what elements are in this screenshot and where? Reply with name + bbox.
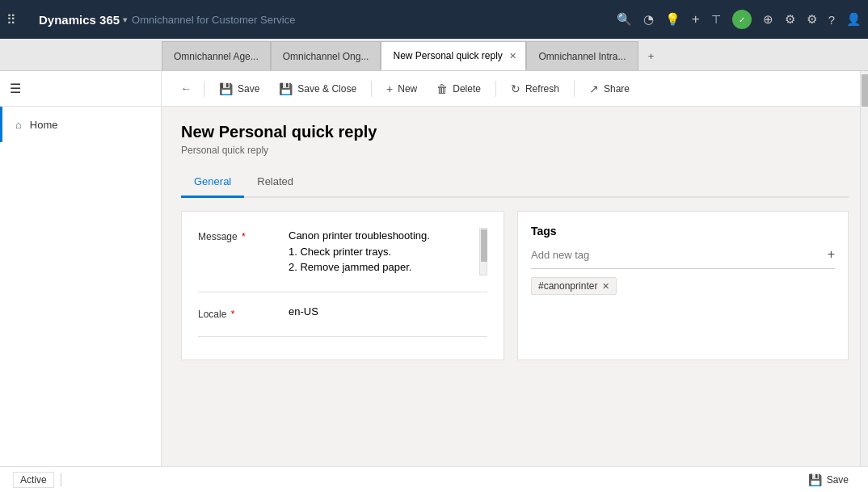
back-icon: ← xyxy=(181,82,192,95)
locale-value[interactable]: en-US xyxy=(289,305,487,317)
tag-input[interactable] xyxy=(531,249,828,261)
tag-label: #canonprinter xyxy=(538,280,597,292)
refresh-icon: ↻ xyxy=(511,82,520,95)
right-panel-scrollbar-thumb[interactable] xyxy=(862,74,868,107)
sidebar-header: ☰ xyxy=(0,71,161,107)
gear-icon[interactable]: ⚙ xyxy=(785,12,795,27)
plus-icon[interactable]: + xyxy=(692,11,700,27)
locale-label: Locale * xyxy=(198,305,279,320)
toolbar: ← 💾 Save 💾 Save & Close + New 🗑 xyxy=(162,71,868,107)
back-button[interactable]: ← xyxy=(175,78,197,100)
nav-icons: 🔍 ◔ 💡 + ⊤ ✓ ⊕ ⚙ ⚙ ? 👤 xyxy=(617,10,862,29)
new-button[interactable]: + New xyxy=(378,76,425,102)
tag-add-button[interactable]: + xyxy=(828,247,835,262)
help-icon[interactable]: ? xyxy=(828,13,835,27)
locale-required-indicator: * xyxy=(231,309,235,320)
toolbar-separator-4 xyxy=(574,81,575,97)
toolbar-separator-1 xyxy=(204,81,204,97)
tab-related[interactable]: Related xyxy=(244,169,306,198)
app-name-chevron-icon[interactable]: ▾ xyxy=(123,15,127,24)
page-title: New Personal quick reply xyxy=(181,123,849,141)
sidebar-item-home[interactable]: ⌂ Home xyxy=(0,107,161,142)
status-divider xyxy=(61,473,61,486)
tab-bar: Omnichannel Age... Omnichannel Ong... Ne… xyxy=(0,39,868,71)
app-subtitle: Omnichannel for Customer Service xyxy=(132,14,295,26)
form-divider-1 xyxy=(198,292,487,292)
bulb-icon[interactable]: 💡 xyxy=(665,12,680,27)
right-panel-scrollbar[interactable] xyxy=(860,71,868,466)
delete-button[interactable]: 🗑 Delete xyxy=(428,76,489,102)
circle-plus-icon[interactable]: ⊕ xyxy=(763,12,773,27)
toolbar-separator-2 xyxy=(371,81,372,97)
status-bar: Active 💾 Save xyxy=(0,466,868,492)
form-layout: Message * Canon printer troubleshooting.… xyxy=(181,211,849,360)
tab-omnichannel-ong[interactable]: Omnichannel Ong... xyxy=(271,41,381,70)
form-section: Message * Canon printer troubleshooting.… xyxy=(181,211,504,360)
tag-list: #canonprinter ✕ xyxy=(531,277,835,295)
hamburger-icon[interactable]: ☰ xyxy=(10,81,21,96)
search-icon[interactable]: 🔍 xyxy=(617,12,632,27)
tab-new-personal-quick-reply[interactable]: New Personal quick reply ✕ xyxy=(381,41,526,70)
app-grid-icon[interactable]: ⠿ xyxy=(6,12,32,27)
content-tabs: General Related xyxy=(181,169,849,198)
message-scrollbar[interactable] xyxy=(479,228,487,275)
message-value[interactable]: Canon printer troubleshooting. 1. Check … xyxy=(289,228,487,275)
settings-icon[interactable]: ⚙ xyxy=(807,12,817,27)
share-icon: ↗ xyxy=(589,82,599,95)
app-name[interactable]: Dynamics 365 ▾ xyxy=(39,13,127,27)
activity-icon[interactable]: ◔ xyxy=(643,12,654,27)
main-body: ☰ ⌂ Home ← 💾 Save 💾 Save & xyxy=(0,71,868,466)
list-item: #canonprinter ✕ xyxy=(531,277,617,295)
tag-input-row: + xyxy=(531,247,835,269)
new-icon: + xyxy=(386,82,393,95)
status-save-icon: 💾 xyxy=(808,473,822,486)
save-icon: 💾 xyxy=(219,82,233,95)
message-container: Canon printer troubleshooting. 1. Check … xyxy=(289,228,487,275)
tag-remove-button[interactable]: ✕ xyxy=(602,281,609,292)
delete-icon: 🗑 xyxy=(436,82,448,95)
message-scrollbar-thumb[interactable] xyxy=(481,229,487,262)
message-label: Message * xyxy=(198,228,279,242)
status-save-button[interactable]: 💾 Save xyxy=(802,470,855,490)
tab-close-icon[interactable]: ✕ xyxy=(509,51,516,61)
tags-title: Tags xyxy=(531,225,835,238)
tab-add-button[interactable]: + xyxy=(638,41,664,70)
save-close-icon: 💾 xyxy=(279,82,293,95)
tags-section: Tags + #canonprinter ✕ xyxy=(517,211,849,360)
tab-general[interactable]: General xyxy=(181,169,244,198)
form-divider-2 xyxy=(198,336,487,337)
sidebar: ☰ ⌂ Home xyxy=(0,71,162,466)
locale-row: Locale * en-US xyxy=(198,305,487,320)
filter-icon[interactable]: ⊤ xyxy=(711,13,721,26)
status-left: Active xyxy=(13,472,61,488)
message-required-indicator: * xyxy=(242,231,246,242)
tab-omnichannel-intra[interactable]: Omnichannel Intra... xyxy=(526,41,638,70)
status-save-label: Save xyxy=(827,474,849,486)
user-icon[interactable]: 👤 xyxy=(846,12,862,27)
tab-omnichannel-agent[interactable]: Omnichannel Age... xyxy=(162,41,271,70)
save-button[interactable]: 💾 Save xyxy=(211,76,268,102)
top-nav: ⠿ Dynamics 365 ▾ Omnichannel for Custome… xyxy=(0,0,868,39)
page-subtitle: Personal quick reply xyxy=(181,145,849,156)
status-badge: Active xyxy=(13,472,54,488)
refresh-button[interactable]: ↻ Refresh xyxy=(503,76,567,102)
message-row: Message * Canon printer troubleshooting.… xyxy=(198,228,487,275)
save-close-button[interactable]: 💾 Save & Close xyxy=(271,76,364,102)
sidebar-item-home-label: Home xyxy=(30,119,58,131)
status-indicator[interactable]: ✓ xyxy=(732,10,752,29)
toolbar-separator-3 xyxy=(495,81,496,97)
home-icon: ⌂ xyxy=(15,119,22,131)
share-button[interactable]: ↗ Share xyxy=(581,76,638,102)
content-area: New Personal quick reply Personal quick … xyxy=(162,107,868,466)
